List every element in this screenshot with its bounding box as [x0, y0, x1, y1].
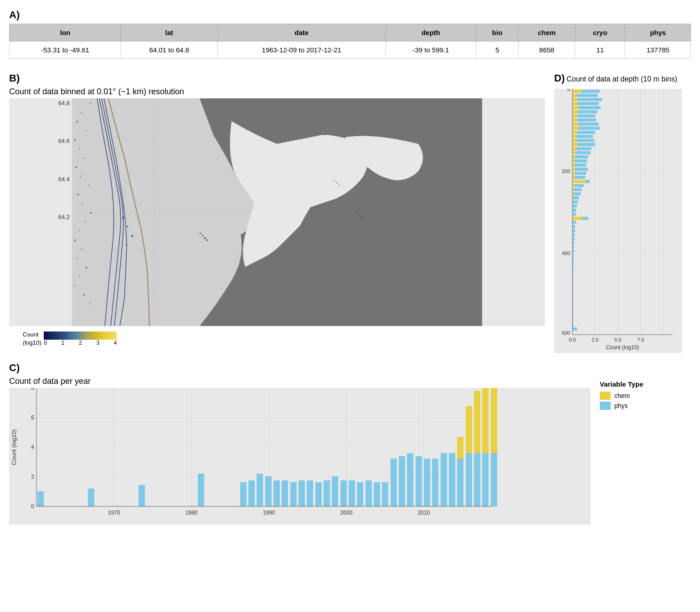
svg-text:200: 200: [562, 168, 570, 174]
svg-rect-129: [572, 106, 579, 109]
svg-rect-191: [332, 476, 338, 506]
svg-rect-184: [273, 480, 280, 506]
svg-rect-103: [572, 241, 574, 245]
svg-rect-34: [127, 226, 128, 227]
c-row: C) Count of data per year: [9, 362, 691, 525]
table-cell: 5: [476, 41, 519, 59]
chem-swatch: [600, 392, 611, 400]
svg-rect-144: [572, 168, 575, 171]
svg-rect-98: [572, 221, 576, 224]
svg-text:2000: 2000: [340, 510, 353, 516]
svg-rect-33: [122, 217, 124, 219]
svg-rect-139: [572, 147, 576, 150]
svg-rect-23: [85, 221, 86, 222]
svg-text:600: 600: [562, 330, 570, 336]
svg-rect-200: [407, 453, 413, 506]
svg-rect-16: [83, 158, 84, 158]
svg-rect-92: [572, 196, 579, 199]
svg-rect-95: [572, 209, 576, 212]
panel-d: D) Count of data at depth (10 m bins): [554, 72, 691, 353]
svg-rect-186: [290, 482, 297, 506]
section-a: A) lonlatdatedepthbiochemcryophys -53.31…: [9, 9, 691, 59]
svg-rect-199: [399, 456, 405, 506]
svg-rect-182: [257, 474, 263, 506]
svg-rect-214: [482, 388, 489, 453]
svg-rect-27: [77, 258, 77, 259]
table-header-depth: depth: [386, 24, 476, 41]
svg-text:400: 400: [562, 250, 570, 256]
svg-rect-212: [466, 406, 472, 453]
legend-ticks: 0 1 2 3 4: [44, 340, 117, 346]
svg-text:Count (log10): Count (log10): [606, 344, 639, 351]
svg-text:0.0: 0.0: [569, 337, 576, 342]
legend-gradient: [44, 332, 117, 340]
chem-label: chem: [614, 392, 630, 399]
table-header-date: date: [217, 24, 386, 41]
svg-rect-37: [200, 233, 201, 234]
svg-rect-207: [466, 453, 472, 506]
panel-b: B) Count of data binned at 0.01° (~1 km)…: [9, 72, 545, 347]
table-header-cryo: cryo: [575, 24, 625, 41]
phys-swatch: [600, 402, 611, 410]
section-c-title: Count of data per year: [9, 377, 591, 386]
svg-rect-206: [457, 459, 463, 506]
tick-0: 0: [44, 340, 47, 346]
svg-rect-203: [432, 459, 438, 506]
svg-rect-67: [572, 94, 597, 97]
tick-4: 4: [114, 340, 117, 346]
svg-rect-29: [79, 276, 80, 277]
svg-rect-13: [86, 130, 87, 131]
svg-rect-133: [572, 122, 578, 126]
legend-title: Count(log10): [23, 331, 41, 347]
map-container: 64.8 64.6 64.4 64.2 -53 -52 -51 -50 -49: [9, 98, 545, 326]
svg-rect-36: [126, 244, 127, 245]
section-c-label: C): [9, 362, 591, 374]
svg-text:1990: 1990: [263, 510, 275, 516]
svg-rect-11: [81, 112, 82, 113]
svg-rect-185: [282, 480, 288, 506]
section-a-label: A): [9, 9, 691, 21]
svg-rect-30: [74, 285, 75, 286]
svg-rect-211: [457, 437, 463, 459]
svg-rect-42: [336, 183, 337, 184]
svg-text:2.5: 2.5: [592, 337, 598, 342]
svg-rect-197: [382, 482, 388, 506]
panel-c-svg: 0 2 4 6 8 1970 1980 1990 2000 2010 Count…: [9, 388, 510, 525]
svg-rect-204: [441, 453, 447, 506]
legend-phys: phys: [600, 402, 691, 410]
svg-rect-101: [572, 233, 575, 236]
svg-rect-213: [474, 391, 480, 453]
svg-rect-193: [349, 480, 355, 506]
tick-2: 2: [79, 340, 82, 346]
svg-rect-125: [572, 90, 582, 93]
table-cell: 8658: [519, 41, 575, 59]
svg-rect-147: [572, 180, 585, 183]
phys-label: phys: [614, 402, 628, 409]
svg-text:8: 8: [31, 388, 34, 391]
svg-text:2: 2: [31, 474, 34, 480]
svg-rect-45: [359, 214, 360, 215]
svg-rect-194: [357, 482, 363, 506]
svg-rect-134: [572, 127, 579, 130]
svg-rect-189: [315, 482, 322, 506]
table-header-lat: lat: [121, 24, 217, 41]
svg-rect-196: [374, 482, 380, 506]
svg-rect-127: [572, 98, 578, 101]
svg-text:1980: 1980: [185, 510, 198, 516]
svg-rect-28: [86, 267, 87, 268]
summary-table: lonlatdatedepthbiochemcryophys -53.31 to…: [9, 24, 691, 59]
svg-rect-94: [572, 204, 577, 208]
svg-rect-10: [90, 103, 91, 104]
svg-rect-183: [265, 476, 272, 506]
svg-rect-124: [572, 327, 577, 331]
svg-rect-178: [139, 485, 145, 506]
svg-rect-198: [391, 459, 397, 506]
svg-rect-140: [572, 151, 576, 154]
svg-rect-32: [89, 303, 90, 304]
svg-rect-35: [131, 235, 133, 237]
section-d-title: Count of data at depth (10 m bins): [566, 75, 677, 84]
section-b-title: Count of data binned at 0.01° (~1 km) re…: [9, 87, 545, 97]
table-header-lon: lon: [10, 24, 121, 41]
tick-1: 1: [62, 340, 65, 346]
svg-rect-21: [82, 203, 83, 204]
